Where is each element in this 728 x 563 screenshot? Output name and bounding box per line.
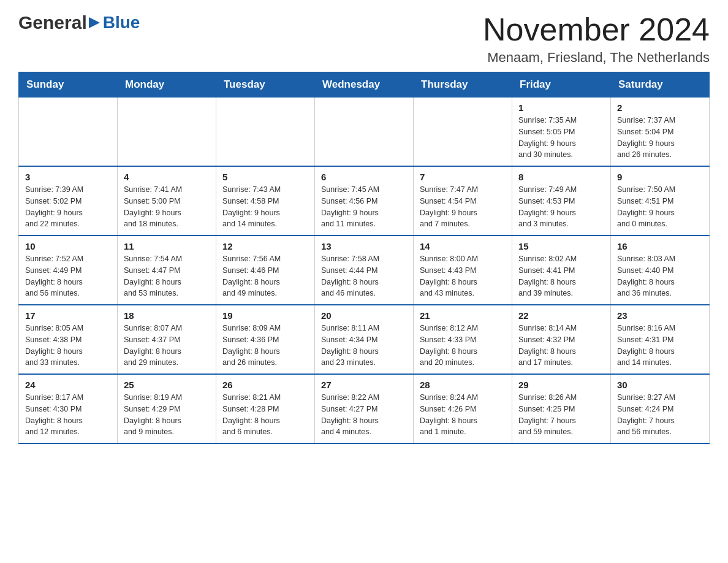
day-info: Sunrise: 8:16 AM Sunset: 4:31 PM Dayligh… (617, 323, 703, 369)
title-area: November 2024 Menaam, Friesland, The Net… (483, 12, 710, 66)
calendar-cell: 9Sunrise: 7:50 AM Sunset: 4:51 PM Daylig… (611, 166, 710, 236)
calendar-cell: 22Sunrise: 8:14 AM Sunset: 4:32 PM Dayli… (512, 305, 611, 374)
calendar-cell: 15Sunrise: 8:02 AM Sunset: 4:41 PM Dayli… (512, 236, 611, 305)
day-info: Sunrise: 7:54 AM Sunset: 4:47 PM Dayligh… (124, 253, 210, 299)
day-info: Sunrise: 8:22 AM Sunset: 4:27 PM Dayligh… (321, 392, 407, 438)
day-info: Sunrise: 7:58 AM Sunset: 4:44 PM Dayligh… (321, 253, 407, 299)
calendar-cell (19, 98, 118, 167)
day-info: Sunrise: 8:17 AM Sunset: 4:30 PM Dayligh… (25, 392, 111, 438)
day-number: 21 (420, 310, 506, 321)
logo: General Blue (18, 12, 140, 33)
calendar-cell: 26Sunrise: 8:21 AM Sunset: 4:28 PM Dayli… (216, 374, 315, 443)
calendar-cell: 19Sunrise: 8:09 AM Sunset: 4:36 PM Dayli… (216, 305, 315, 374)
day-number: 18 (124, 310, 210, 321)
day-number: 14 (420, 241, 506, 251)
page-header: General Blue November 2024 Menaam, Fries… (18, 12, 710, 66)
day-number: 3 (25, 172, 111, 182)
calendar-cell: 28Sunrise: 8:24 AM Sunset: 4:26 PM Dayli… (414, 374, 512, 443)
calendar-week-row: 24Sunrise: 8:17 AM Sunset: 4:30 PM Dayli… (19, 374, 710, 443)
day-info: Sunrise: 8:11 AM Sunset: 4:34 PM Dayligh… (321, 323, 407, 369)
calendar-cell: 13Sunrise: 7:58 AM Sunset: 4:44 PM Dayli… (315, 236, 414, 305)
logo-area: General Blue (18, 12, 140, 33)
day-info: Sunrise: 7:35 AM Sunset: 5:05 PM Dayligh… (518, 115, 604, 161)
day-number: 15 (518, 241, 604, 251)
day-header-friday: Friday (512, 72, 611, 98)
day-info: Sunrise: 8:14 AM Sunset: 4:32 PM Dayligh… (518, 323, 604, 369)
calendar-cell: 10Sunrise: 7:52 AM Sunset: 4:49 PM Dayli… (19, 236, 118, 305)
day-number: 24 (25, 380, 111, 390)
day-info: Sunrise: 8:09 AM Sunset: 4:36 PM Dayligh… (222, 323, 308, 369)
day-number: 20 (321, 310, 407, 321)
calendar-cell: 29Sunrise: 8:26 AM Sunset: 4:25 PM Dayli… (512, 374, 611, 443)
day-info: Sunrise: 8:24 AM Sunset: 4:26 PM Dayligh… (420, 392, 506, 438)
day-number: 28 (420, 380, 506, 390)
calendar-cell: 6Sunrise: 7:45 AM Sunset: 4:56 PM Daylig… (315, 166, 414, 236)
location-title: Menaam, Friesland, The Netherlands (483, 50, 710, 66)
day-info: Sunrise: 8:27 AM Sunset: 4:24 PM Dayligh… (617, 392, 703, 438)
month-title: November 2024 (483, 12, 710, 47)
day-number: 4 (124, 172, 210, 182)
calendar-cell: 2Sunrise: 7:37 AM Sunset: 5:04 PM Daylig… (611, 98, 710, 167)
day-info: Sunrise: 7:50 AM Sunset: 4:51 PM Dayligh… (617, 184, 703, 230)
calendar-cell (216, 98, 315, 167)
day-info: Sunrise: 8:21 AM Sunset: 4:28 PM Dayligh… (222, 392, 308, 438)
day-info: Sunrise: 8:26 AM Sunset: 4:25 PM Dayligh… (518, 392, 604, 438)
svg-marker-0 (89, 17, 100, 28)
calendar-cell: 24Sunrise: 8:17 AM Sunset: 4:30 PM Dayli… (19, 374, 118, 443)
calendar-cell: 30Sunrise: 8:27 AM Sunset: 4:24 PM Dayli… (611, 374, 710, 443)
calendar-cell: 20Sunrise: 8:11 AM Sunset: 4:34 PM Dayli… (315, 305, 414, 374)
day-number: 6 (321, 172, 407, 182)
calendar-cell: 1Sunrise: 7:35 AM Sunset: 5:05 PM Daylig… (512, 98, 611, 167)
day-number: 17 (25, 310, 111, 321)
calendar-cell: 23Sunrise: 8:16 AM Sunset: 4:31 PM Dayli… (611, 305, 710, 374)
day-number: 5 (222, 172, 308, 182)
calendar-cell: 5Sunrise: 7:43 AM Sunset: 4:58 PM Daylig… (216, 166, 315, 236)
day-info: Sunrise: 7:41 AM Sunset: 5:00 PM Dayligh… (124, 184, 210, 230)
calendar-cell (414, 98, 512, 167)
day-info: Sunrise: 7:43 AM Sunset: 4:58 PM Dayligh… (222, 184, 308, 230)
day-number: 13 (321, 241, 407, 251)
day-number: 23 (617, 310, 703, 321)
day-info: Sunrise: 8:19 AM Sunset: 4:29 PM Dayligh… (124, 392, 210, 438)
day-header-thursday: Thursday (414, 72, 512, 98)
day-info: Sunrise: 7:45 AM Sunset: 4:56 PM Dayligh… (321, 184, 407, 230)
day-info: Sunrise: 7:56 AM Sunset: 4:46 PM Dayligh… (222, 253, 308, 299)
calendar-cell (315, 98, 414, 167)
calendar-cell: 17Sunrise: 8:05 AM Sunset: 4:38 PM Dayli… (19, 305, 118, 374)
day-number: 25 (124, 380, 210, 390)
day-number: 27 (321, 380, 407, 390)
day-number: 9 (617, 172, 703, 182)
day-header-sunday: Sunday (19, 72, 118, 98)
calendar-table: SundayMondayTuesdayWednesdayThursdayFrid… (18, 72, 710, 444)
day-info: Sunrise: 8:12 AM Sunset: 4:33 PM Dayligh… (420, 323, 506, 369)
day-number: 12 (222, 241, 308, 251)
calendar-cell: 4Sunrise: 7:41 AM Sunset: 5:00 PM Daylig… (118, 166, 216, 236)
day-number: 8 (518, 172, 604, 182)
calendar-cell: 11Sunrise: 7:54 AM Sunset: 4:47 PM Dayli… (118, 236, 216, 305)
logo-blue: Blue (103, 13, 140, 33)
day-number: 11 (124, 241, 210, 251)
day-info: Sunrise: 7:52 AM Sunset: 4:49 PM Dayligh… (25, 253, 111, 299)
day-number: 7 (420, 172, 506, 182)
calendar-cell: 3Sunrise: 7:39 AM Sunset: 5:02 PM Daylig… (19, 166, 118, 236)
calendar-cell: 18Sunrise: 8:07 AM Sunset: 4:37 PM Dayli… (118, 305, 216, 374)
day-number: 10 (25, 241, 111, 251)
day-info: Sunrise: 8:05 AM Sunset: 4:38 PM Dayligh… (25, 323, 111, 369)
day-info: Sunrise: 7:37 AM Sunset: 5:04 PM Dayligh… (617, 115, 703, 161)
day-header-wednesday: Wednesday (315, 72, 414, 98)
day-info: Sunrise: 7:49 AM Sunset: 4:53 PM Dayligh… (518, 184, 604, 230)
day-info: Sunrise: 8:00 AM Sunset: 4:43 PM Dayligh… (420, 253, 506, 299)
calendar-week-row: 3Sunrise: 7:39 AM Sunset: 5:02 PM Daylig… (19, 166, 710, 236)
day-number: 26 (222, 380, 308, 390)
calendar-cell: 8Sunrise: 7:49 AM Sunset: 4:53 PM Daylig… (512, 166, 611, 236)
calendar-cell: 25Sunrise: 8:19 AM Sunset: 4:29 PM Dayli… (118, 374, 216, 443)
day-number: 22 (518, 310, 604, 321)
calendar-header-row: SundayMondayTuesdayWednesdayThursdayFrid… (19, 72, 710, 98)
logo-general: General (18, 12, 87, 33)
day-number: 29 (518, 380, 604, 390)
calendar-cell: 21Sunrise: 8:12 AM Sunset: 4:33 PM Dayli… (414, 305, 512, 374)
day-info: Sunrise: 8:02 AM Sunset: 4:41 PM Dayligh… (518, 253, 604, 299)
day-info: Sunrise: 7:47 AM Sunset: 4:54 PM Dayligh… (420, 184, 506, 230)
calendar-cell: 16Sunrise: 8:03 AM Sunset: 4:40 PM Dayli… (611, 236, 710, 305)
logo-arrow-icon (88, 16, 101, 29)
